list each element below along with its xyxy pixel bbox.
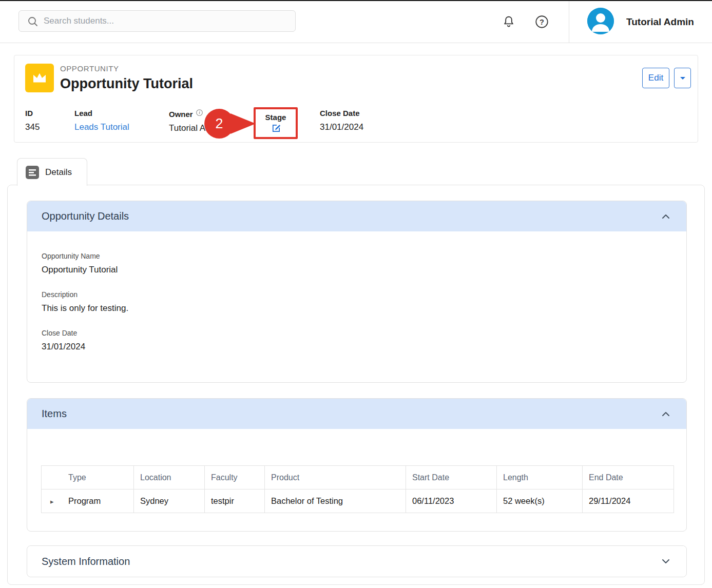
help-icon: ?	[535, 15, 549, 29]
annotation-arrow-icon	[204, 108, 257, 139]
bell-icon	[502, 15, 515, 28]
expand-chevron-down-icon[interactable]	[660, 555, 672, 567]
notifications-button[interactable]	[501, 13, 517, 30]
crown-icon	[31, 69, 48, 87]
field-stage-label: Stage	[256, 113, 296, 122]
field-value: 31/01/2024	[42, 342, 672, 352]
annotation-step-2: 2	[204, 108, 257, 139]
svg-text:?: ?	[540, 17, 544, 26]
field-owner: Owneri Tutorial A	[169, 109, 205, 133]
info-icon: i	[196, 109, 203, 116]
edit-button[interactable]: Edit	[642, 68, 669, 88]
topbar-divider	[569, 1, 569, 43]
stage-edit-button[interactable]	[271, 123, 281, 134]
field-id: ID 345	[25, 109, 40, 132]
col-length: Length	[497, 466, 583, 489]
row-expand-icon[interactable]: ▸	[50, 497, 54, 505]
col-start-date: Start Date	[406, 466, 497, 489]
section-items: Items Type Location Faculty Product Star…	[27, 398, 687, 532]
field-label: Close Date	[42, 329, 672, 337]
section-system-information-header[interactable]: System Information	[27, 546, 686, 577]
col-product: Product	[265, 466, 406, 489]
search-input[interactable]	[19, 11, 295, 31]
lead-link[interactable]: Leads Tutorial	[74, 122, 129, 132]
col-type: Type	[42, 466, 134, 489]
collapse-chevron-up-icon[interactable]	[660, 408, 672, 420]
details-tab-icon	[26, 166, 39, 179]
user-avatar[interactable]	[587, 8, 614, 34]
col-faculty: Faculty	[205, 466, 265, 489]
field-label: Description	[42, 290, 672, 299]
field-lead-label: Lead	[74, 109, 129, 117]
section-title: System Information	[42, 556, 130, 567]
entity-type-label: OPPORTUNITY	[60, 64, 119, 73]
cell-start-date: 06/11/2023	[406, 489, 497, 513]
topbar: ? Tutorial Admin	[0, 1, 712, 43]
field-owner-value: Tutorial A	[169, 123, 205, 133]
svg-text:i: i	[199, 110, 200, 115]
field-id-label: ID	[25, 109, 40, 117]
field-close-date: Close Date 31/01/2024	[320, 109, 363, 132]
items-table: Type Location Faculty Product Start Date…	[41, 465, 674, 513]
more-actions-button[interactable]	[674, 68, 691, 88]
annotation-highlight-box: Stage	[254, 107, 298, 139]
tab-details-label: Details	[45, 167, 72, 178]
user-icon	[587, 8, 614, 34]
field-description: Description This is only for testing.	[42, 290, 672, 313]
section-opportunity-details: Opportunity Details Opportunity Name Opp…	[27, 201, 687, 383]
field-owner-label: Owneri	[169, 109, 205, 119]
annotation-step-number: 2	[204, 108, 235, 139]
field-value: Opportunity Tutorial	[42, 265, 672, 275]
search-box	[18, 10, 296, 32]
col-location: Location	[134, 466, 205, 489]
section-items-header[interactable]: Items	[27, 399, 686, 429]
field-opportunity-name: Opportunity Name Opportunity Tutorial	[42, 252, 672, 275]
user-name: Tutorial Admin	[626, 1, 694, 43]
page-title: Opportunity Tutorial	[60, 76, 193, 92]
field-value: This is only for testing.	[42, 303, 672, 313]
field-id-value: 345	[25, 122, 40, 132]
cell-product: Bachelor of Testing	[265, 489, 406, 513]
field-close-date-value: 31/01/2024	[320, 122, 363, 132]
cell-length: 52 week(s)	[497, 489, 583, 513]
opportunity-header-card: OPPORTUNITY Opportunity Tutorial Edit ID…	[14, 55, 698, 143]
help-button[interactable]: ?	[533, 13, 550, 30]
section-opportunity-details-header[interactable]: Opportunity Details	[27, 201, 686, 231]
field-close-date-label: Close Date	[320, 109, 363, 117]
details-content: Opportunity Name Opportunity Tutorial De…	[27, 231, 686, 352]
table-row: ▸ Program Sydney testpir Bachelor of Tes…	[42, 489, 674, 513]
cell-end-date: 29/11/2024	[583, 489, 674, 513]
items-table-header-row: Type Location Faculty Product Start Date…	[42, 466, 674, 489]
col-end-date: End Date	[583, 466, 674, 489]
chevron-down-icon	[680, 76, 686, 81]
field-close-date-detail: Close Date 31/01/2024	[42, 329, 672, 352]
section-title: Opportunity Details	[42, 210, 129, 222]
field-lead: Lead Leads Tutorial	[74, 109, 129, 132]
opportunity-crown-badge	[25, 64, 54, 92]
section-system-information: System Information	[27, 545, 687, 577]
collapse-chevron-up-icon[interactable]	[660, 210, 672, 223]
field-label: Opportunity Name	[42, 252, 672, 260]
section-title: Items	[42, 408, 67, 420]
cell-type: ▸ Program	[42, 489, 134, 513]
page: ? Tutorial Admin OPPORTUNITY Opportunity…	[0, 0, 712, 588]
tab-details[interactable]: Details	[17, 158, 87, 186]
cell-location: Sydney	[134, 489, 205, 513]
edit-pencil-icon	[271, 123, 281, 133]
cell-faculty: testpir	[205, 489, 265, 513]
